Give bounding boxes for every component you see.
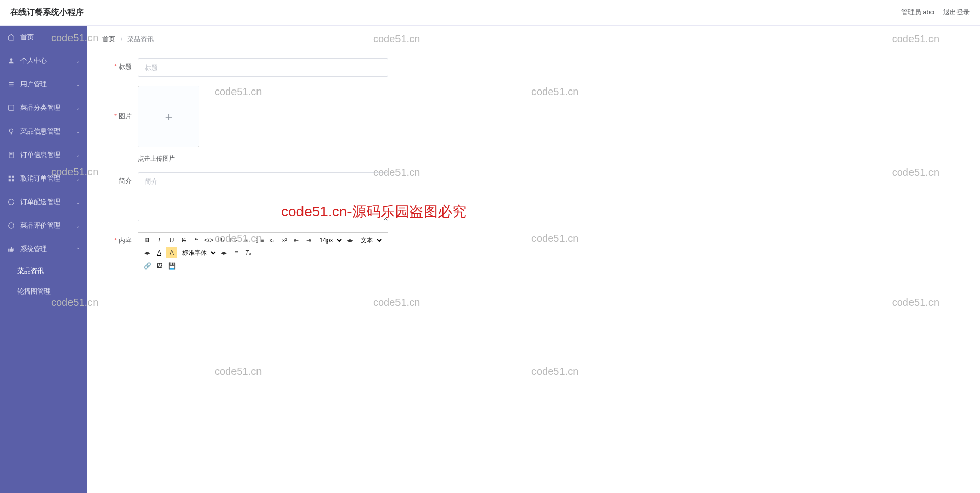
sidebar-item-label: 菜品资讯 [17,266,44,276]
logout-link[interactable]: 退出登录 [943,8,970,17]
save-icon[interactable]: 💾 [166,260,177,272]
sidebar-item-cancel-order[interactable]: 取消订单管理 ⌄ [0,167,87,190]
sidebar-item-review[interactable]: 菜品评价管理 ⌄ [0,214,87,237]
sup-icon[interactable]: x² [278,235,290,246]
indent-icon[interactable]: ⇤ [291,235,302,246]
fontfamily-select[interactable]: 标准字体 [178,247,217,258]
chevron-down-icon: ⌄ [76,105,80,111]
code-icon[interactable]: </> [203,235,215,246]
svg-point-5 [10,129,13,132]
bgcolor-icon[interactable]: A [166,247,177,258]
sidebar-item-label: 个人中心 [20,56,47,65]
italic-icon[interactable]: I [154,235,165,246]
image-icon[interactable]: 🖼 [154,260,165,272]
link-icon[interactable]: 🔗 [142,260,153,272]
title-label: *标题 [102,58,138,72]
sidebar-item-label: 首页 [20,33,34,42]
breadcrumb: 首页 / 菜品资讯 [87,26,980,53]
sidebar-item-dish-category[interactable]: 菜品分类管理 ⌄ [0,96,87,120]
form-row-image: *图片 + 点击上传图片 [102,86,965,163]
sidebar-item-label: 取消订单管理 [20,174,60,183]
fontsize-arrows-icon[interactable]: ◂▸ [344,235,356,246]
fontcolor-icon[interactable]: A [154,247,165,258]
doc-icon [7,151,15,159]
sidebar-item-dish-info[interactable]: 菜品信息管理 ⌄ [0,120,87,143]
chevron-down-icon: ⌄ [76,82,80,87]
sub-icon[interactable]: x₂ [266,235,277,246]
sidebar-item-label: 系统管理 [20,244,47,254]
sidebar-item-label: 轮播图管理 [17,287,51,296]
chevron-down-icon: ⌄ [76,129,80,135]
bold-icon[interactable]: B [142,235,153,246]
main-content: 首页 / 菜品资讯 *标题 *图片 + 点击上传图片 [87,26,980,493]
format-select[interactable]: 文本 [357,235,383,246]
sidebar: 首页 个人中心 ⌄ 用户管理 ⌄ 菜品分类管理 ⌄ 菜品信息管理 ⌄ 订单信息管… [0,26,87,493]
sidebar-item-home[interactable]: 首页 [0,26,87,49]
ul-icon[interactable]: ⋮≡ [252,235,265,246]
refresh-icon [7,198,15,206]
clear-icon[interactable]: Tₓ [243,247,254,258]
form-row-title: *标题 [102,58,965,77]
sidebar-subitem-news[interactable]: 菜品资讯 [0,261,87,281]
top-header: 在线订餐系统小程序 管理员 abo 退出登录 [0,0,980,26]
sidebar-item-order-info[interactable]: 订单信息管理 ⌄ [0,143,87,167]
sidebar-item-delivery[interactable]: 订单配送管理 ⌄ [0,190,87,214]
h2-icon[interactable]: H₂ [228,235,239,246]
strike-icon[interactable]: S [178,235,190,246]
grid-icon [7,174,15,183]
svg-rect-11 [12,176,14,178]
editor-toolbar: B I U S ❝ </> H₁ H₂ ≡ ⋮≡ x₂ x² ⇤ [138,233,388,274]
chevron-down-icon: ⌄ [76,223,80,229]
form-row-summary: 简介 [102,172,965,223]
rich-editor: B I U S ❝ </> H₁ H₂ ≡ ⋮≡ x₂ x² ⇤ [138,232,388,428]
bulb-icon [7,127,15,136]
sidebar-item-label: 用户管理 [20,80,47,89]
home-icon [7,33,15,41]
sidebar-item-label: 订单配送管理 [20,197,60,207]
format-arrow-icon[interactable]: ◂▸ [142,247,153,258]
outdent-icon[interactable]: ⇥ [303,235,314,246]
breadcrumb-home[interactable]: 首页 [102,35,115,43]
list-icon [7,80,15,88]
header-right: 管理员 abo 退出登录 [901,8,970,17]
svg-rect-4 [9,105,14,111]
sidebar-item-users[interactable]: 用户管理 ⌄ [0,73,87,96]
ol-icon[interactable]: ≡ [240,235,251,246]
sidebar-item-label: 菜品信息管理 [20,127,60,136]
upload-hint: 点击上传图片 [138,154,199,163]
fontsize-select[interactable]: 14px [315,235,343,246]
image-upload[interactable]: + [138,86,199,147]
svg-rect-13 [12,179,14,181]
sidebar-item-label: 订单信息管理 [20,150,60,160]
admin-label[interactable]: 管理员 abo [901,8,934,17]
editor-body[interactable] [138,274,388,428]
chevron-up-icon: ⌃ [76,246,80,252]
chevron-down-icon: ⌄ [76,176,80,182]
summary-label: 简介 [102,172,138,186]
summary-textarea[interactable] [138,172,388,221]
title-input[interactable] [138,58,388,77]
content-label: *内容 [102,232,138,245]
form: *标题 *图片 + 点击上传图片 简介 [87,53,980,442]
user-icon [7,57,15,65]
align-icon[interactable]: ≡ [230,247,242,258]
svg-point-14 [9,223,14,229]
chevron-down-icon: ⌄ [76,58,80,64]
category-icon [7,104,15,112]
sidebar-item-label: 菜品分类管理 [20,103,60,113]
form-row-content: *内容 B I U S ❝ </> H₁ H₂ ≡ ⋮ [102,232,965,428]
fontfamily-arrow-icon[interactable]: ◂▸ [218,247,229,258]
quote-icon[interactable]: ❝ [191,235,202,246]
plus-icon: + [165,109,172,125]
svg-rect-10 [9,176,11,178]
h1-icon[interactable]: H₁ [216,235,227,246]
svg-point-0 [10,58,13,61]
sidebar-subitem-carousel[interactable]: 轮播图管理 [0,281,87,302]
sidebar-item-system[interactable]: 系统管理 ⌃ [0,237,87,261]
breadcrumb-sep: / [121,35,123,43]
chevron-down-icon: ⌄ [76,152,80,158]
app-title: 在线订餐系统小程序 [10,7,84,18]
sidebar-item-profile[interactable]: 个人中心 ⌄ [0,49,87,73]
underline-icon[interactable]: U [166,235,177,246]
chevron-down-icon: ⌄ [76,199,80,205]
